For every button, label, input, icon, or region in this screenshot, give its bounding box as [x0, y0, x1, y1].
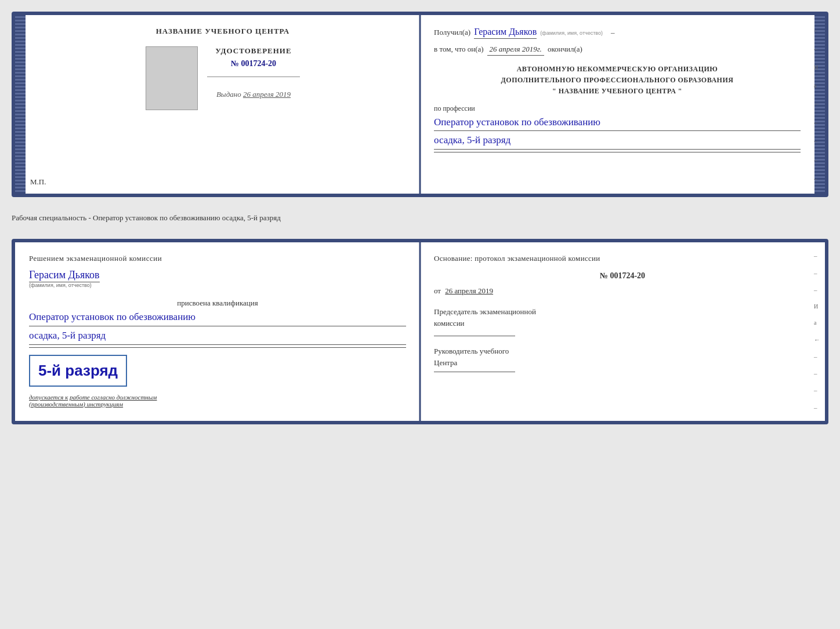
top-doc-right: Получил(а) Герасим Дьяков (фамилия, имя,… — [420, 15, 814, 194]
org-line1: АВТОНОМНУЮ НЕКОММЕРЧЕСКУЮ ОРГАНИЗАЦИЮ — [434, 64, 801, 75]
cert-number-value: 001724-20 — [241, 59, 276, 68]
person-name-row: Герасим Дьяков — [29, 269, 406, 281]
photo-placeholder — [146, 46, 198, 110]
left-binding-strip — [15, 15, 26, 194]
basis-label: Основание: протокол экзаменационной коми… — [434, 254, 811, 263]
issued-row: Выдано 26 апреля 2019 — [216, 90, 291, 99]
director-label2: Центра — [434, 358, 457, 367]
bottom-document: Решением экзаменационной комиссии Гераси… — [12, 239, 828, 424]
recipient-name: Герасим Дьяков — [474, 27, 537, 39]
cert-info: УДОСТОВЕРЕНИЕ № 001724-20 Выдано 26 апре… — [207, 46, 300, 99]
org-text: АВТОНОМНУЮ НЕКОММЕРЧЕСКУЮ ОРГАНИЗАЦИЮ ДО… — [434, 64, 801, 97]
date-suffix: окончил(а) — [548, 45, 582, 54]
cert-number: № 001724-20 — [231, 59, 276, 68]
person-name: Герасим Дьяков — [29, 269, 100, 282]
top-document: НАЗВАНИЕ УЧЕБНОГО ЦЕНТРА УДОСТОВЕРЕНИЕ №… — [12, 12, 828, 197]
stamp-permission: допускается к работе согласно должностны… — [29, 394, 406, 401]
bottom-rank-line — [29, 347, 406, 348]
chairman-label: Председатель экзаменационной — [434, 307, 536, 316]
org-line2: ДОПОЛНИТЕЛЬНОГО ПРОФЕССИОНАЛЬНОГО ОБРАЗО… — [434, 75, 801, 86]
bottom-doc-left: Решением экзаменационной комиссии Гераси… — [15, 242, 420, 421]
decision-title: Решением экзаменационной комиссии — [29, 254, 406, 263]
director-signature-line — [434, 372, 515, 372]
rank-value: осадка, 5-й разряд — [434, 133, 801, 150]
stamp-permission-text: работе согласно должностным — [70, 394, 157, 401]
stamp-permission2: (производственным) инструкциям — [29, 401, 406, 408]
qualification-line1: Оператор установок по обезвоживанию — [29, 310, 406, 326]
separator-text: Рабочая специальность - Оператор установ… — [12, 208, 828, 228]
org-line3: " НАЗВАНИЕ УЧЕБНОГО ЦЕНТРА " — [434, 86, 801, 97]
issued-label: Выдано — [216, 90, 241, 99]
recipient-sublabel: (фамилия, имя, отчество) — [540, 30, 603, 36]
profession-value: Оператор установок по обезвоживанию — [434, 115, 801, 132]
right-binding-strip — [814, 15, 825, 194]
bottom-doc-right: Основание: протокол экзаменационной коми… — [420, 242, 825, 421]
chairman-label2: комиссии — [434, 319, 465, 328]
date-row: в том, что он(а) 26 апреля 2019г. окончи… — [434, 45, 801, 56]
director-label: Руководитель учебного — [434, 347, 509, 355]
date-prefix: в том, что он(а) — [434, 45, 484, 54]
person-sublabel: (фамилия, имя, отчество) — [29, 282, 406, 288]
rank-underline — [434, 152, 801, 152]
received-prefix: Получил(а) — [434, 28, 470, 37]
qualification-line2: осадка, 5-й разряд — [29, 329, 406, 345]
dash-separator: – — [611, 28, 615, 37]
recipient-row: Получил(а) Герасим Дьяков (фамилия, имя,… — [434, 27, 801, 40]
cert-number-prefix: № — [231, 59, 239, 68]
cert-divider-line — [207, 77, 300, 77]
issued-date: 26 апреля 2019 — [243, 90, 291, 99]
bottom-vertical-marks-right: – – – И а ← – – – – — [814, 242, 820, 421]
chairman-signature-line — [434, 336, 515, 336]
protocol-date-row: от 26 апреля 2019 — [434, 286, 811, 296]
protocol-date-prefix: от — [434, 286, 441, 295]
top-doc-left: НАЗВАНИЕ УЧЕБНОГО ЦЕНТРА УДОСТОВЕРЕНИЕ №… — [26, 15, 420, 194]
mp-label: М.П. — [30, 177, 46, 187]
director-section: Руководитель учебного Центра — [434, 346, 811, 368]
stamp-box: 5-й разряд — [29, 355, 127, 387]
assigned-label: присвоена квалификация — [29, 299, 406, 308]
page-wrapper: НАЗВАНИЕ УЧЕБНОГО ЦЕНТРА УДОСТОВЕРЕНИЕ №… — [12, 12, 828, 424]
profession-label: по профессии — [434, 104, 801, 113]
cert-content-row: УДОСТОВЕРЕНИЕ № 001724-20 Выдано 26 апре… — [146, 46, 300, 110]
stamp-permission-text2: (производственным) инструкциям — [29, 401, 123, 408]
chairman-section: Председатель экзаменационной комиссии — [434, 306, 811, 329]
training-center-title: НАЗВАНИЕ УЧЕБНОГО ЦЕНТРА — [156, 27, 290, 36]
protocol-date-value: 26 апреля 2019 — [445, 286, 493, 295]
stamp-rank: 5-й разряд — [38, 362, 118, 380]
protocol-number: № 001724-20 — [434, 271, 811, 281]
cert-label: УДОСТОВЕРЕНИЕ — [215, 46, 291, 56]
stamp-permission-prefix: допускается к — [29, 394, 68, 401]
completion-date: 26 апреля 2019г. — [487, 45, 544, 56]
